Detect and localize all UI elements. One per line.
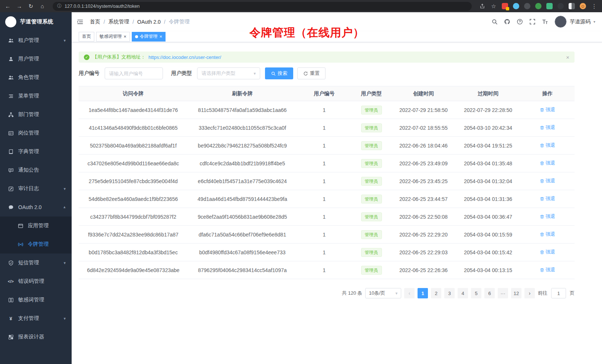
tab-item[interactable]: 令牌管理× — [132, 32, 166, 42]
fullscreen-icon[interactable] — [529, 19, 536, 25]
pager-page-button[interactable]: 6 — [484, 288, 495, 298]
extension-icon[interactable] — [502, 3, 508, 9]
user-type-badge: 管理员 — [361, 212, 382, 221]
user-type-select[interactable]: 请选择用户类型 ▾ — [197, 67, 260, 79]
sidebar-item[interactable]: 菜单管理 — [0, 87, 72, 105]
extension-icon[interactable] — [513, 3, 519, 9]
pager-page-button[interactable]: 5 — [471, 288, 481, 298]
force-logout-button[interactable]: 强退 — [540, 160, 555, 166]
extension-icon[interactable] — [557, 3, 564, 9]
sidebar-item[interactable]: 审计日志▾ — [0, 179, 72, 198]
pager-page-button[interactable]: 1 — [418, 288, 428, 298]
search-icon[interactable] — [491, 19, 498, 25]
access-token-cell: 6d842e2924594de9a09e45e087323abe — [79, 261, 188, 279]
tab-close-icon[interactable]: × — [124, 34, 127, 39]
refresh-token-cell: be90422b8c7946218275a508bf524fc9 — [188, 137, 297, 155]
extension-icon[interactable] — [524, 3, 530, 9]
breadcrumb-item[interactable]: 首页 — [90, 19, 100, 25]
force-logout-button[interactable]: 强退 — [540, 178, 555, 184]
user-name: 芋道源码 — [570, 19, 590, 25]
sidebar-item[interactable]: 角色管理 — [0, 68, 72, 87]
pager-page-button[interactable]: 12 — [511, 288, 521, 298]
github-icon[interactable] — [504, 19, 510, 25]
sidebar-item[interactable]: 通知公告 — [0, 161, 72, 179]
sidebar-item[interactable]: 报表设计器 — [0, 328, 72, 346]
next-page-button[interactable]: › — [524, 288, 535, 298]
sidebar-toggle-icon[interactable] — [77, 19, 84, 25]
share-icon[interactable] — [479, 3, 485, 9]
user-id-cell: 1 — [297, 190, 351, 208]
create-time-cell: 2022-06-25 23:45:25 — [391, 172, 456, 190]
doc-link[interactable]: https://doc.iocoder.cn/user-center/ — [148, 54, 221, 60]
user-menu[interactable]: 芋道源码 ▾ — [554, 16, 595, 28]
home-icon[interactable]: ⌂ — [39, 3, 46, 9]
app-logo[interactable]: 芋道管理系统 — [0, 12, 72, 31]
tab-item[interactable]: 首页 — [79, 32, 94, 42]
breadcrumb-item[interactable]: 系统管理 — [108, 19, 129, 25]
pager-page-button[interactable]: 2 — [431, 288, 441, 298]
sidebar-subitem[interactable]: 令牌管理 — [0, 235, 72, 254]
sidebar-item[interactable]: 字典管理 — [0, 142, 72, 161]
pager-page-button[interactable]: 4 — [458, 288, 468, 298]
tab-close-icon[interactable]: × — [160, 34, 163, 39]
browser-profile-avatar[interactable]: ☺ — [580, 3, 586, 9]
refresh-token-cell: dfa6c71a50a54c66bef706ef9e6e8d81 — [188, 226, 297, 244]
force-logout-button[interactable]: 强退 — [540, 231, 555, 238]
trash-icon — [540, 250, 544, 255]
goto-page-input[interactable] — [551, 288, 566, 298]
font-size-icon[interactable] — [542, 19, 548, 25]
access-token-cell: 275e5de9151045fe87cbdc395e004f4d — [79, 172, 188, 190]
sidebar-item[interactable]: 敏感词管理 — [0, 291, 72, 309]
table-row: 275e5de9151045fe87cbdc395e004f4d e6cfd40… — [79, 172, 575, 190]
user-id-cell: 1 — [297, 101, 351, 119]
chat-icon — [8, 205, 14, 210]
pager-more-button[interactable]: ··· — [498, 288, 508, 298]
user-id-input[interactable] — [105, 67, 163, 79]
force-logout-button[interactable]: 强退 — [540, 267, 555, 273]
address-bar[interactable]: ⓘ 127.0.0.1:1024/system/oauth2/token — [53, 2, 472, 11]
trash-icon — [540, 214, 544, 219]
sidebar-item[interactable]: </> 错误码管理 — [0, 272, 72, 291]
sidebar-item[interactable]: 部门管理 — [0, 105, 72, 124]
page-size-select[interactable]: 10条/页 ▾ — [365, 288, 401, 298]
bookmark-star-icon[interactable]: ☆ — [490, 3, 497, 9]
site-info-icon[interactable]: ⓘ — [57, 3, 62, 9]
window-icon — [17, 223, 23, 229]
column-header: 访问令牌 — [79, 86, 188, 101]
tab-item[interactable]: 敏感词管理× — [96, 32, 130, 42]
create-time-cell: 2022-06-25 23:44:57 — [391, 190, 456, 208]
sidebar-item[interactable]: 租户管理▾ — [0, 31, 72, 50]
help-icon[interactable] — [517, 19, 523, 25]
refresh-token-cell: 333ecfc71e02480cb11055c875c3ca0f — [188, 119, 297, 137]
force-logout-button[interactable]: 强退 — [540, 106, 555, 113]
list-icon — [8, 93, 14, 99]
refresh-token-cell: cdfc4ce9c2da4bb1bdf21b9918ff4be5 — [188, 155, 297, 172]
sidebar-item[interactable]: OAuth 2.0▾ — [0, 198, 72, 216]
chevron-down-icon: ▾ — [63, 186, 66, 191]
prev-page-button[interactable]: ‹ — [404, 288, 415, 298]
sidebar-item[interactable]: 岗位管理 — [0, 124, 72, 142]
user-id-label: 用户编号 — [79, 70, 99, 77]
back-icon[interactable]: ← — [4, 3, 11, 9]
extension-icon[interactable] — [569, 3, 575, 9]
broadcast-icon — [17, 242, 23, 247]
search-button[interactable]: 搜索 — [265, 67, 293, 79]
force-logout-button[interactable]: 强退 — [540, 213, 555, 220]
extension-icon[interactable] — [546, 3, 553, 9]
sidebar-item[interactable]: ¥ 支付管理▾ — [0, 309, 72, 328]
browser-menu-kebab-icon[interactable]: ⋮ — [591, 3, 598, 9]
forward-icon[interactable]: → — [16, 3, 23, 9]
sidebar-subitem[interactable]: 应用管理 — [0, 216, 72, 235]
extension-icon[interactable] — [535, 3, 542, 9]
force-logout-button[interactable]: 强退 — [540, 195, 555, 202]
force-logout-button[interactable]: 强退 — [540, 249, 555, 255]
reload-icon[interactable]: ↻ — [27, 3, 34, 9]
pager-page-button[interactable]: 3 — [444, 288, 455, 298]
sidebar-item[interactable]: 短信管理▾ — [0, 254, 72, 272]
force-logout-button[interactable]: 强退 — [540, 124, 555, 131]
breadcrumb-item[interactable]: OAuth 2.0 — [137, 19, 161, 25]
force-logout-button[interactable]: 强退 — [540, 142, 555, 149]
reset-button[interactable]: 重置 — [297, 67, 325, 79]
alert-close-icon[interactable]: × — [566, 54, 569, 60]
sidebar-item[interactable]: 用户管理 — [0, 50, 72, 68]
